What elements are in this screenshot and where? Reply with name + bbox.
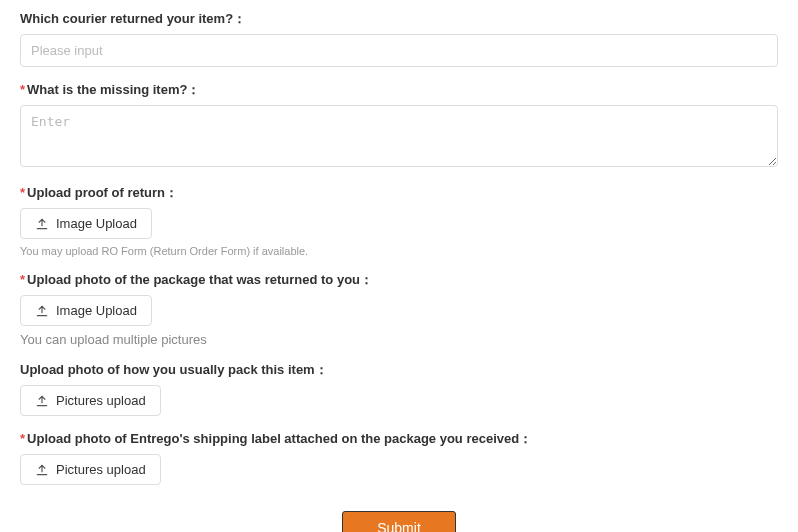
upload-icon [35, 463, 49, 477]
upload-icon [35, 394, 49, 408]
proof-label-text: Upload proof of return： [27, 185, 178, 200]
courier-label: Which courier returned your item?： [20, 10, 778, 28]
required-star-icon: * [20, 431, 25, 446]
proof-upload-button[interactable]: Image Upload [20, 208, 152, 239]
pack-usual-upload-label: Pictures upload [56, 393, 146, 408]
missing-label-text: What is the missing item?： [27, 82, 200, 97]
courier-label-text: Which courier returned your item?： [20, 11, 246, 26]
required-star-icon: * [20, 82, 25, 97]
field-pack-usual: Upload photo of how you usually pack thi… [20, 361, 778, 416]
pack-usual-label: Upload photo of how you usually pack thi… [20, 361, 778, 379]
field-courier: Which courier returned your item?： [20, 10, 778, 67]
package-returned-hint: You can upload multiple pictures [20, 332, 778, 347]
field-shipping-label: *Upload photo of Entrego's shipping labe… [20, 430, 778, 485]
field-missing-item: *What is the missing item?： [20, 81, 778, 170]
shipping-label-label-text: Upload photo of Entrego's shipping label… [27, 431, 532, 446]
field-proof-of-return: *Upload proof of return： Image Upload Yo… [20, 184, 778, 257]
missing-item-textarea[interactable] [20, 105, 778, 167]
required-star-icon: * [20, 185, 25, 200]
submit-button[interactable]: Submit [342, 511, 456, 532]
required-star-icon: * [20, 272, 25, 287]
pack-usual-upload-button[interactable]: Pictures upload [20, 385, 161, 416]
proof-upload-label: Image Upload [56, 216, 137, 231]
shipping-label-upload-button[interactable]: Pictures upload [20, 454, 161, 485]
proof-hint: You may upload RO Form (Return Order For… [20, 245, 778, 257]
package-returned-upload-label: Image Upload [56, 303, 137, 318]
pack-usual-label-text: Upload photo of how you usually pack thi… [20, 362, 328, 377]
proof-label: *Upload proof of return： [20, 184, 778, 202]
upload-icon [35, 304, 49, 318]
shipping-label-upload-label: Pictures upload [56, 462, 146, 477]
submit-section: Submit [20, 511, 778, 532]
missing-label: *What is the missing item?： [20, 81, 778, 99]
package-returned-label-text: Upload photo of the package that was ret… [27, 272, 373, 287]
field-package-returned: *Upload photo of the package that was re… [20, 271, 778, 347]
package-returned-upload-button[interactable]: Image Upload [20, 295, 152, 326]
shipping-label-label: *Upload photo of Entrego's shipping labe… [20, 430, 778, 448]
upload-icon [35, 217, 49, 231]
package-returned-label: *Upload photo of the package that was re… [20, 271, 778, 289]
courier-input[interactable] [20, 34, 778, 67]
